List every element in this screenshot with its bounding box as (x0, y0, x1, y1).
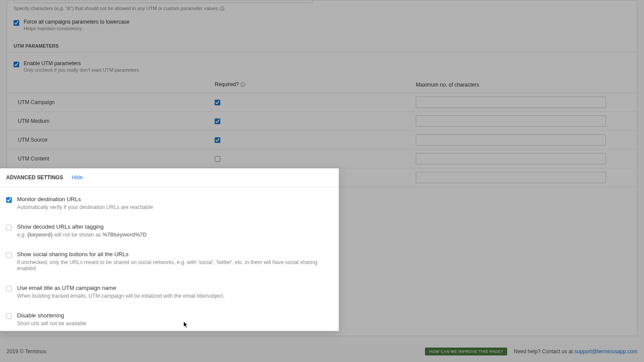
footer-help-text: Need help? Contact us at support@terminu… (514, 348, 637, 355)
hide-link[interactable]: Hide (72, 174, 83, 181)
support-email-link[interactable]: support@terminusapp.com (574, 348, 637, 355)
table-row: UTM Campaign (7, 93, 637, 112)
force-lowercase-help: Helps maintain consistency (24, 26, 129, 31)
required-column-label: Required? (215, 81, 239, 87)
table-row: UTM Medium (7, 112, 637, 131)
monitor-urls-item: Monitor destination URLs Automatically v… (6, 196, 333, 210)
svg-point-2 (222, 7, 222, 7)
disallowed-chars-help: Specify characters (e.g. "&") that shoul… (7, 4, 637, 15)
utm-content-required-checkbox[interactable] (215, 156, 220, 162)
svg-rect-4 (243, 84, 243, 85)
social-sharing-help: If unchecked, only the URLs meant to be … (17, 259, 333, 272)
force-lowercase-checkbox[interactable] (14, 20, 19, 26)
disable-shortening-label: Disable shortening (17, 312, 87, 319)
email-title-checkbox[interactable] (6, 286, 12, 292)
force-lowercase-block: Force all campaigns parameters to lowerc… (7, 15, 637, 35)
utm-medium-max-input[interactable] (416, 115, 606, 127)
utm-header-row: Required? Maximum no. of characters (7, 76, 637, 93)
decoded-urls-checkbox[interactable] (6, 225, 12, 230)
utm-term-max-input[interactable] (416, 172, 606, 183)
svg-point-5 (243, 83, 243, 84)
utm-content-max-input[interactable] (416, 153, 606, 164)
decoded-urls-label: Show decoded URLs after tagging (17, 223, 146, 230)
social-sharing-item: Show social sharing buttons for all the … (6, 251, 333, 272)
info-icon (240, 82, 245, 87)
svg-rect-1 (222, 8, 222, 9)
enable-utm-checkbox[interactable] (14, 62, 19, 67)
decoded-urls-item: Show decoded URLs after tagging e.g. {ke… (6, 223, 333, 238)
enable-utm-label: Enable UTM parameters (24, 60, 139, 66)
table-row: UTM Content (7, 150, 637, 168)
utm-source-max-input[interactable] (416, 134, 606, 146)
copyright: 2019 © Terminus (7, 348, 46, 355)
enable-utm-help: Only uncheck if you really don't want UT… (24, 67, 139, 73)
email-title-help: When building tracked emails, UTM campai… (17, 293, 225, 299)
disable-shortening-item: Disable shortening Short urls will not b… (6, 312, 333, 327)
utm-campaign-label: UTM Campaign (14, 99, 215, 105)
disallowed-chars-input-partial[interactable] (14, 0, 313, 3)
monitor-urls-help: Automatically verify if your destination… (17, 204, 153, 210)
utm-content-label: UTM Content (14, 156, 215, 162)
table-row: UTM Source (7, 131, 637, 150)
improve-page-button[interactable]: HOW CAN WE IMPROVE THIS PAGE? (425, 348, 507, 355)
max-chars-column-label: Maximum no. of characters (416, 82, 479, 88)
utm-medium-label: UTM Medium (14, 118, 215, 124)
monitor-urls-label: Monitor destination URLs (17, 196, 153, 202)
disable-shortening-help: Short urls will not be available (17, 320, 87, 327)
force-lowercase-label: Force all campaigns parameters to lowerc… (24, 19, 129, 25)
utm-parameters-header: UTM PARAMETERS (7, 35, 637, 52)
advanced-settings-title: ADVANCED SETTINGS (6, 174, 63, 181)
utm-source-label: UTM Source (14, 137, 215, 143)
email-title-item: Use email title as UTM campaign name Whe… (6, 285, 333, 299)
advanced-settings-panel: ADVANCED SETTINGS Hide Monitor destinati… (0, 168, 339, 331)
utm-medium-required-checkbox[interactable] (215, 118, 220, 124)
monitor-urls-checkbox[interactable] (6, 197, 12, 203)
info-icon (219, 6, 224, 11)
footer: 2019 © Terminus HOW CAN WE IMPROVE THIS … (0, 341, 644, 362)
social-sharing-checkbox[interactable] (6, 252, 12, 258)
enable-utm-block: Enable UTM parameters Only uncheck if yo… (7, 52, 637, 76)
utm-source-required-checkbox[interactable] (215, 137, 220, 143)
utm-campaign-max-input[interactable] (416, 97, 606, 108)
decoded-urls-help: e.g. {keyword} will not be shown as %7Bk… (17, 232, 146, 238)
email-title-label: Use email title as UTM campaign name (17, 285, 225, 291)
utm-campaign-required-checkbox[interactable] (215, 100, 220, 105)
disable-shortening-checkbox[interactable] (6, 313, 12, 319)
social-sharing-label: Show social sharing buttons for all the … (17, 251, 333, 258)
